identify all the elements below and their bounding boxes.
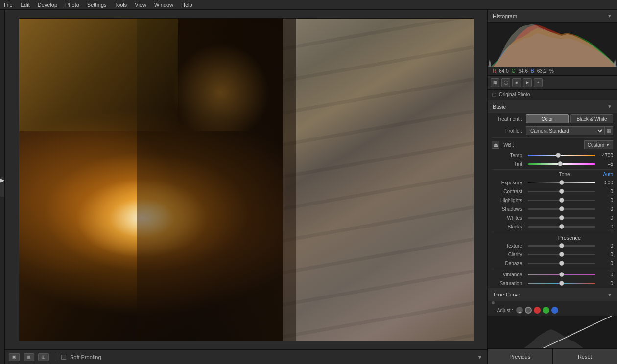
bw-button[interactable]: Black & White xyxy=(570,114,613,123)
vibrance-slider[interactable] xyxy=(528,274,595,275)
view-single-button[interactable]: ▣ xyxy=(9,353,20,361)
adjust-green-icon[interactable] xyxy=(543,307,549,314)
menu-help[interactable]: Help xyxy=(181,2,192,8)
histogram-chart xyxy=(488,23,617,67)
profile-select[interactable]: Camera Standard xyxy=(526,126,604,135)
spot-tool[interactable]: ◯ xyxy=(501,78,510,87)
g-value: 64,6 xyxy=(518,68,527,74)
blacks-slider[interactable] xyxy=(528,226,595,228)
contrast-slider[interactable] xyxy=(528,191,595,192)
contrast-label: Contrast xyxy=(492,189,526,194)
tint-row: Tint –5 xyxy=(488,159,617,168)
treatment-row: Treatment : Color Black & White xyxy=(488,113,617,125)
r-value: 64,0 xyxy=(499,68,508,74)
adjust-red-icon[interactable] xyxy=(534,307,541,314)
vibrance-label: Vibrance xyxy=(492,272,526,277)
menu-settings[interactable]: Settings xyxy=(87,2,107,8)
blacks-thumb[interactable] xyxy=(559,224,564,229)
highlights-label: Highlights xyxy=(492,198,526,203)
b-value: 63,2 xyxy=(537,68,546,74)
histogram-title: Histogram xyxy=(493,13,517,19)
reset-button[interactable]: Reset xyxy=(553,349,617,364)
clarity-row: Clarity 0 xyxy=(488,250,617,259)
left-panel-toggle[interactable]: ▶ xyxy=(0,177,4,197)
dehaze-value: 0 xyxy=(597,261,613,266)
previous-button[interactable]: Previous xyxy=(488,349,553,364)
wb-eyedropper-tool[interactable]: ⏏ xyxy=(492,141,499,149)
adjust-circle-white-icon[interactable] xyxy=(525,307,532,314)
saturation-slider[interactable] xyxy=(528,283,595,284)
whites-thumb[interactable] xyxy=(559,215,564,220)
gradient-tool[interactable]: ▶ xyxy=(523,78,532,87)
saturation-thumb[interactable] xyxy=(559,281,564,286)
brush-tool[interactable]: + xyxy=(534,78,543,87)
vibrance-thumb[interactable] xyxy=(559,272,564,277)
wb-value-select[interactable]: Custom ▼ xyxy=(584,140,613,149)
tone-curve-header: Tone Curve ▼ xyxy=(488,288,617,301)
toolbar-expand-icon[interactable]: ▼ xyxy=(476,354,483,361)
bottom-buttons: Previous Reset xyxy=(488,348,617,364)
svg-marker-0 xyxy=(488,58,492,67)
exposure-slider[interactable] xyxy=(528,182,595,183)
highlights-thumb[interactable] xyxy=(559,198,564,203)
menu-develop[interactable]: Develop xyxy=(38,2,57,8)
clarity-label: Clarity xyxy=(492,252,526,257)
g-label: G xyxy=(512,68,516,74)
tone-curve-graph xyxy=(488,316,617,348)
shadows-label: Shadows xyxy=(492,206,526,212)
saturation-value: 0 xyxy=(597,281,613,286)
original-photo-label: Original Photo xyxy=(499,92,530,97)
tint-thumb[interactable] xyxy=(558,161,563,166)
soft-proofing-checkbox[interactable] xyxy=(61,355,66,360)
clarity-thumb[interactable] xyxy=(559,252,564,257)
basic-expand-icon[interactable]: ▼ xyxy=(607,104,612,109)
texture-thumb[interactable] xyxy=(559,243,564,248)
texture-slider[interactable] xyxy=(528,245,595,247)
tint-slider[interactable] xyxy=(528,163,595,165)
exposure-thumb[interactable] xyxy=(559,180,564,185)
temp-slider[interactable] xyxy=(528,155,595,156)
whites-slider[interactable] xyxy=(528,217,595,219)
basic-title: Basic xyxy=(493,104,506,110)
adjust-line-icon[interactable]: ⎯ xyxy=(516,307,523,314)
menu-tools[interactable]: Tools xyxy=(115,2,127,8)
tone-auto-button[interactable]: Auto xyxy=(603,172,613,177)
basic-header: Basic ▼ xyxy=(488,100,617,113)
texture-label: Texture xyxy=(492,243,526,249)
tone-curve-svg xyxy=(488,316,617,348)
divider xyxy=(492,137,613,138)
view-compare-button[interactable]: ◫ xyxy=(38,353,49,361)
profile-grid-button[interactable]: ▦ xyxy=(604,126,613,135)
shadows-slider[interactable] xyxy=(528,208,595,210)
menu-photo[interactable]: Photo xyxy=(65,2,79,8)
menu-view[interactable]: View xyxy=(135,2,146,8)
shadows-thumb[interactable] xyxy=(559,206,564,211)
crop-tool[interactable]: ▩ xyxy=(491,78,499,87)
vibrance-value: 0 xyxy=(597,272,613,277)
redeye-tool[interactable]: ■ xyxy=(512,78,521,87)
contrast-thumb[interactable] xyxy=(559,189,564,194)
dehaze-slider[interactable] xyxy=(528,263,595,264)
blacks-row: Blacks 0 xyxy=(488,222,617,231)
dehaze-thumb[interactable] xyxy=(559,261,564,266)
exposure-value: 0.00 xyxy=(597,180,613,185)
histogram-expand-icon[interactable]: ▼ xyxy=(607,13,612,19)
photo-viewer xyxy=(5,10,487,349)
adjust-blue-icon[interactable] xyxy=(551,307,558,314)
tone-label: Tone xyxy=(526,172,603,177)
view-grid-button[interactable]: ▦ xyxy=(24,353,34,361)
color-button[interactable]: Color xyxy=(526,114,569,123)
clarity-slider[interactable] xyxy=(528,254,595,255)
temp-thumb[interactable] xyxy=(556,153,561,158)
soft-proofing-label: Soft Proofing xyxy=(70,354,101,360)
menu-edit[interactable]: Edit xyxy=(21,2,30,8)
texture-row: Texture 0 xyxy=(488,241,617,250)
treatment-label: Treatment : xyxy=(492,116,526,122)
tone-curve-expand-icon[interactable]: ▼ xyxy=(607,292,612,297)
menu-file[interactable]: File xyxy=(4,2,13,8)
texture-value: 0 xyxy=(597,243,613,249)
divider2 xyxy=(492,169,613,170)
highlights-slider[interactable] xyxy=(528,200,595,201)
menu-window[interactable]: Window xyxy=(154,2,173,8)
treatment-buttons: Color Black & White xyxy=(526,114,613,123)
